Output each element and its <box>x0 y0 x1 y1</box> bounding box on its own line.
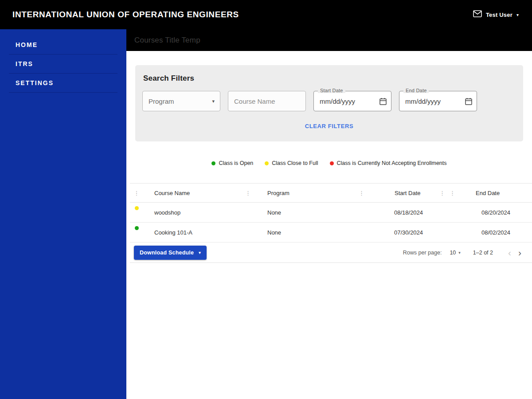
download-schedule-label: Download Schedule <box>140 250 194 256</box>
download-schedule-button[interactable]: Download Schedule ▾ <box>134 246 207 260</box>
filters-title: Search Filters <box>143 74 516 83</box>
pagination-range: 1–2 of 2 <box>473 250 493 256</box>
previous-page-button[interactable]: ‹ <box>505 247 515 258</box>
user-menu[interactable]: Test User ▾ <box>473 10 519 19</box>
program-select-value: Program <box>149 98 174 105</box>
pagination-controls: Rows per page: 10 ▾ 1–2 of 2 ‹ › <box>403 247 525 258</box>
sidebar-item-itrs[interactable]: ITRS <box>9 55 117 74</box>
search-filters-panel: Search Filters Program ▾ Start Date mm/d… <box>135 65 523 141</box>
chevron-down-icon: ▾ <box>199 250 201 255</box>
column-course-name[interactable]: Course Name ⋮ <box>143 184 256 202</box>
next-page-button[interactable]: › <box>515 247 525 258</box>
cell-end-date: 08/02/2024 <box>461 229 532 236</box>
sidebar-item-label: SETTINGS <box>16 79 54 86</box>
table-footer: Download Schedule ▾ Rows per page: 10 ▾ … <box>130 243 532 263</box>
column-menu-icon[interactable]: ⋮ <box>359 190 364 196</box>
filters-row: Program ▾ Start Date mm/dd/yyyy <box>142 91 516 111</box>
main-content: Search Filters Program ▾ Start Date mm/d… <box>126 51 532 399</box>
chevron-down-icon: ▾ <box>212 98 215 104</box>
legend-item-not-accepting: Class is Currently Not Accepting Enrollm… <box>330 160 447 166</box>
chevron-down-icon: ▾ <box>458 250 461 255</box>
clear-filters-button[interactable]: CLEAR FILTERS <box>305 123 353 129</box>
table-header-row: ⋮ Course Name ⋮ Program ⋮ Start Date ⋮ ⋮… <box>130 184 532 203</box>
cell-start-date: 08/18/2024 <box>370 209 461 216</box>
end-date-label: End Date <box>403 88 429 93</box>
legend-item-close-to-full: Class Close to Full <box>265 160 318 166</box>
user-name: Test User <box>486 12 512 18</box>
cell-program: None <box>256 209 370 216</box>
courses-table: ⋮ Course Name ⋮ Program ⋮ Start Date ⋮ ⋮… <box>130 183 532 263</box>
legend-item-open: Class is Open <box>211 160 253 166</box>
cell-end-date: 08/20/2024 <box>461 209 532 216</box>
yellow-dot-icon <box>265 161 269 165</box>
row-status-cell <box>130 203 143 222</box>
app-title: INTERNATIONAL UNION OF OPERATING ENGINEE… <box>12 10 239 20</box>
rows-per-page-value: 10 <box>450 250 456 256</box>
sidebar: HOME ITRS SETTINGS <box>0 29 126 399</box>
page-titlebar: Courses Title Temp <box>126 29 532 51</box>
clear-filters-wrap: CLEAR FILTERS <box>142 122 516 130</box>
column-label: Program <box>267 190 289 196</box>
column-menu-icon[interactable]: ⋮ <box>450 190 455 196</box>
rows-per-page-label: Rows per page: <box>403 250 442 256</box>
calendar-icon[interactable] <box>465 98 472 105</box>
column-menu-icon[interactable]: ⋮ <box>439 190 445 196</box>
column-label: Course Name <box>154 190 190 196</box>
column-start-date[interactable]: Start Date ⋮ ⋮ <box>370 184 461 202</box>
rows-per-page-select[interactable]: 10 ▾ <box>450 250 460 256</box>
sidebar-item-settings[interactable]: SETTINGS <box>9 74 117 93</box>
start-date-label: Start Date <box>318 88 345 93</box>
cell-program: None <box>256 229 370 236</box>
start-date-value: mm/dd/yyyy <box>320 98 355 105</box>
sidebar-item-label: ITRS <box>16 60 33 67</box>
green-dot-icon <box>211 161 215 165</box>
end-date-value: mm/dd/yyyy <box>405 98 441 105</box>
table-row[interactable]: woodshop None 08/18/2024 08/20/2024 <box>130 203 532 223</box>
status-dot-icon <box>135 226 139 230</box>
status-dot-icon <box>135 206 139 210</box>
calendar-icon[interactable] <box>379 98 387 105</box>
top-header: INTERNATIONAL UNION OF OPERATING ENGINEE… <box>0 0 532 29</box>
cell-course-name: Cooking 101-A <box>143 229 256 236</box>
row-status-cell <box>130 223 143 242</box>
status-legend: Class is Open Class Close to Full Class … <box>126 160 532 166</box>
red-dot-icon <box>330 161 334 165</box>
course-name-input[interactable] <box>228 91 305 111</box>
column-program[interactable]: Program ⋮ <box>256 184 370 202</box>
chevron-down-icon: ▾ <box>516 12 519 17</box>
program-select[interactable]: Program ▾ <box>142 91 220 111</box>
column-menu-icon[interactable]: ⋮ <box>245 190 251 196</box>
column-label: End Date <box>476 190 500 196</box>
course-name-field-wrap <box>228 91 306 111</box>
end-date-field[interactable]: End Date mm/dd/yyyy <box>399 91 477 111</box>
column-label: Start Date <box>395 190 421 196</box>
column-end-date[interactable]: End Date <box>461 184 532 202</box>
sidebar-item-home[interactable]: HOME <box>9 35 117 55</box>
column-menu-icon[interactable]: ⋮ <box>130 190 143 196</box>
cell-start-date: 07/30/2024 <box>370 229 461 236</box>
legend-label: Class Close to Full <box>272 160 318 166</box>
legend-label: Class is Currently Not Accepting Enrollm… <box>337 160 447 166</box>
cell-course-name: woodshop <box>143 209 256 216</box>
sidebar-item-label: HOME <box>16 41 38 48</box>
legend-label: Class is Open <box>219 160 253 166</box>
table-row[interactable]: Cooking 101-A None 07/30/2024 08/02/2024 <box>130 223 532 243</box>
start-date-field[interactable]: Start Date mm/dd/yyyy <box>313 91 391 111</box>
mail-icon <box>473 10 482 19</box>
page-title: Courses Title Temp <box>134 36 200 45</box>
